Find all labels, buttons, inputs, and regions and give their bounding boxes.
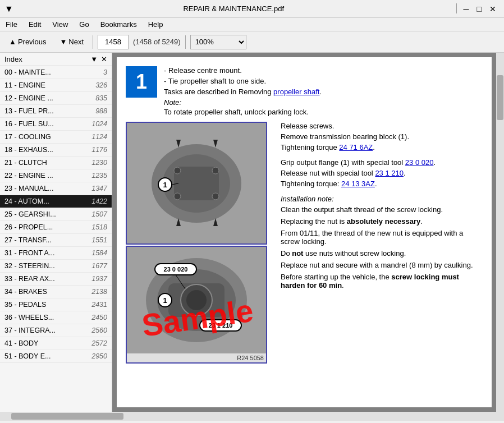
replace-line: Replacing the nut is absolutely necessar…: [281, 217, 483, 226]
release-text: Release centre mount.: [168, 66, 242, 75]
menu-file[interactable]: File: [2, 19, 21, 30]
minimize-button[interactable]: ─: [460, 3, 473, 15]
menu-help[interactable]: Help: [145, 19, 167, 30]
sidebar-item-16[interactable]: 33 - REAR AX...1937: [0, 273, 112, 286]
svg-point-7: [212, 193, 219, 200]
previous-button[interactable]: ▲ Previous: [4, 36, 51, 48]
replace-and-text: Replace nut and secure with a mandrel (8…: [281, 261, 483, 269]
sidebar-item-19[interactable]: 36 - WHEELS...2450: [0, 311, 112, 324]
next-label: Next: [68, 38, 84, 46]
sidebar-item-18[interactable]: 35 - PEDALS2431: [0, 298, 112, 311]
sidebar-item-name-10: 24 - AUTOM...: [4, 197, 89, 205]
content-scrollbar[interactable]: [496, 53, 504, 412]
sidebar-item-name-12: 26 - PROPEL...: [4, 223, 89, 231]
release-link[interactable]: 23 1 210: [375, 169, 404, 177]
tasks-period: .: [319, 88, 322, 96]
maximize-button[interactable]: □: [474, 3, 485, 15]
sidebar-item-page-10: 1422: [91, 197, 107, 205]
sidebar-item-page-16: 1937: [91, 275, 107, 283]
propeller-shaft-link[interactable]: propeller shaft: [273, 88, 319, 96]
sidebar-item-name-0: 00 - MAINTE...: [4, 68, 101, 76]
dash1: -: [164, 66, 168, 75]
next-button[interactable]: ▼ Next: [55, 36, 88, 48]
sidebar-item-7[interactable]: 21 - CLUTCH1230: [0, 157, 112, 169]
sidebar-item-page-6: 1176: [91, 146, 107, 154]
sidebar-item-4[interactable]: 16 - FUEL SU...1024: [0, 118, 112, 131]
grip-link[interactable]: 23 0 020: [405, 158, 434, 167]
sidebar-item-name-20: 37 - INTEGRA...: [4, 327, 89, 334]
toolbar-separator-2: [185, 35, 186, 49]
sidebar-item-5[interactable]: 17 - COOLING1124: [0, 131, 112, 144]
bottom-engine-svg: 23 0 020 1 23 1 210 Sample: [127, 247, 266, 353]
sidebar-item-page-12: 1518: [91, 223, 107, 231]
sidebar-item-page-21: 2572: [91, 339, 107, 347]
sidebar-item-15[interactable]: 32 - STEERIN...1677: [0, 260, 112, 273]
sidebar-item-page-20: 2560: [91, 327, 107, 334]
zoom-select[interactable]: 100% 50% 75% 125% 150% 200%: [190, 35, 246, 49]
sidebar-item-22[interactable]: 51 - BODY E...2950: [0, 350, 112, 363]
sidebar-item-14[interactable]: 31 - FRONT A...1584: [0, 247, 112, 260]
menu-bookmarks[interactable]: Bookmarks: [97, 19, 140, 30]
chevron-down-icon: ▼: [59, 38, 67, 46]
step-release: - Release centre mount.: [164, 66, 322, 75]
tightening-text-1: Tightening torque: [281, 143, 339, 151]
sidebar-expand-button[interactable]: ▼: [90, 55, 98, 63]
sidebar-item-name-17: 34 - BRAKES: [4, 288, 89, 296]
sidebar-item-name-8: 22 - ENGINE ...: [4, 172, 89, 180]
sidebar-item-0[interactable]: 00 - MAINTE...3: [0, 66, 112, 79]
tightening-link[interactable]: 24 13 3AZ: [341, 180, 375, 188]
sidebar-close-button[interactable]: ✕: [101, 55, 107, 63]
sidebar-item-9[interactable]: 23 - MANUAL...1347: [0, 182, 112, 195]
toolbar: ▲ Previous ▼ Next (1458 of 5249) 100% 50…: [0, 31, 504, 53]
sidebar-item-name-19: 36 - WHEELS...: [4, 314, 89, 321]
sidebar-item-page-22: 2950: [91, 352, 107, 360]
sidebar-item-13[interactable]: 27 - TRANSF...1551: [0, 234, 112, 247]
release-screws: Release screws.: [281, 122, 483, 130]
sidebar-item-name-1: 11 - ENGINE: [4, 81, 93, 89]
grip-text: Grip output flange (1) with special tool: [281, 158, 405, 167]
sidebar-item-6[interactable]: 18 - EXHAUS...1176: [0, 144, 112, 157]
sidebar-list: 00 - MAINTE...311 - ENGINE32612 - ENGINE…: [0, 66, 112, 412]
remove-bearing: Remove transmission bearing block (1).: [281, 132, 483, 141]
sidebar-item-21[interactable]: 41 - BODY2572: [0, 337, 112, 350]
sidebar-item-3[interactable]: 13 - FUEL PR...988: [0, 105, 112, 118]
pdf-page: 1 - Release centre mount. - Tie propelle…: [117, 57, 492, 407]
sidebar-item-name-21: 41 - BODY: [4, 339, 89, 347]
sidebar-item-1[interactable]: 11 - ENGINE326: [0, 79, 112, 92]
do-not-bold: not: [292, 249, 303, 258]
close-button[interactable]: ✕: [486, 3, 500, 15]
svg-point-6: [174, 193, 181, 200]
dash2: -: [164, 77, 168, 85]
sidebar-item-page-7: 1230: [91, 159, 107, 167]
sidebar-item-name-5: 17 - COOLING: [4, 133, 89, 141]
previous-label: Previous: [18, 38, 47, 46]
sidebar-item-17[interactable]: 34 - BRAKES2138: [0, 286, 112, 298]
sidebar-item-20[interactable]: 37 - INTEGRA...2560: [0, 324, 112, 337]
sidebar-item-page-17: 2138: [91, 288, 107, 296]
bottom-scrollbar[interactable]: [0, 412, 504, 421]
menu-edit[interactable]: Edit: [25, 19, 44, 30]
content-scrollbar-thumb[interactable]: [497, 75, 503, 120]
menu-go[interactable]: Go: [76, 19, 92, 30]
bottom-scrollbar-thumb[interactable]: [11, 413, 123, 420]
title-bar-left: ▼: [4, 4, 13, 14]
grip-line: Grip output flange (1) with special tool…: [281, 158, 483, 167]
sidebar-item-11[interactable]: 25 - GEARSHI...1507: [0, 208, 112, 221]
sidebar-item-page-4: 1024: [91, 120, 107, 128]
sidebar-item-12[interactable]: 26 - PROPEL...1518: [0, 221, 112, 234]
svg-text:1: 1: [163, 296, 167, 305]
sidebar-item-8[interactable]: 22 - ENGINE ...1235: [0, 169, 112, 182]
tasks-line: Tasks are described in Removing propelle…: [164, 88, 322, 96]
tasks-text: Tasks are described in Removing: [164, 88, 273, 96]
sidebar-item-2[interactable]: 12 - ENGINE ...835: [0, 92, 112, 105]
sidebar-item-10[interactable]: 24 - AUTOM...1422: [0, 195, 112, 208]
torque-link-1[interactable]: 24 71 6AZ: [339, 143, 373, 151]
app-icon: ▼: [4, 4, 13, 14]
window-controls: ─ □ ✕: [454, 3, 500, 15]
menu-view[interactable]: View: [49, 19, 71, 30]
page-number-input[interactable]: [98, 35, 129, 49]
note-label: Note:: [164, 98, 181, 107]
svg-point-5: [212, 167, 219, 174]
window-title: REPAIR & MAINTENANCE.pdf: [183, 4, 284, 13]
svg-text:1: 1: [163, 181, 167, 189]
